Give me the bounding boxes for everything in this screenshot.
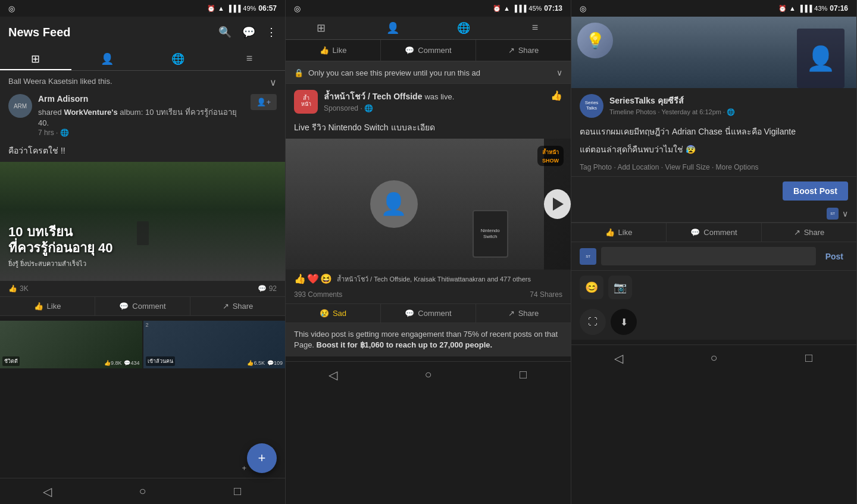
series-share-icon: ↗ [794,228,800,237]
home-button-3[interactable]: ○ [702,346,725,370]
post-action-text: shared WorkVenture's album: 10 บทเรียน ท… [38,106,245,127]
download-button[interactable]: ⬇ [611,309,637,335]
banner-chevron-icon[interactable]: ∨ [556,68,562,77]
expand-icon: ⛶ [588,317,598,327]
comment-number: 92 [269,284,277,293]
like-button[interactable]: 👍 Like [0,297,95,315]
ad-action-bar: 😢 Sad 💬 Comment ↗ Share [286,303,571,323]
thumb-label-2: เข้าล้วนคน [146,356,175,366]
share-count-ad: 74 Shares [530,290,562,299]
boost-banner: This video post is getting more engageme… [286,323,571,356]
comment-button[interactable]: 💬 Comment [95,297,190,315]
thumbsup-ad-icon[interactable]: 👍 [551,90,562,101]
thumb-likes-1: 👍9.8K [104,360,122,366]
chevron-down-icon[interactable]: ∨ [270,77,277,88]
series-meta: Timeline Photos · Yesterday at 6:12pm · … [609,108,848,116]
series-mini-avatar: ST [827,208,839,220]
wifi-icon-2: ▲ [503,5,510,12]
lock-icon: 🔒 [294,68,304,77]
tab-friends[interactable]: 👤 [71,48,143,70]
tab-menu-2[interactable]: ≡ [499,17,571,39]
back-button-3[interactable]: ◁ [607,346,631,370]
prev-comment-label: Comment [418,46,451,55]
back-button-2[interactable]: ◁ [321,363,345,387]
series-avatar: Series Talks [580,94,603,118]
recent-button-1[interactable]: □ [226,480,249,503]
expand-button[interactable]: ⛶ [580,309,606,335]
prev-like-btn[interactable]: 👍 Like [286,40,381,61]
thumbsup-icon: 👍 [8,284,17,293]
notification-text: Ball Weera Kasetsin liked this. [8,77,112,86]
sad-button[interactable]: 😢 Sad [286,304,381,323]
series-like-btn[interactable]: 👍 Like [571,223,667,242]
prev-action-bar: 👍 Like 💬 Comment ↗ Share [286,40,571,61]
status-bar-3: ◎ ⏰ ▲ ▐▐▐ 43% 07:16 [571,0,856,17]
time-3: 07:16 [830,4,848,12]
chat-icon[interactable]: 💬 [242,26,255,39]
battery-3: 43% [814,5,827,12]
prev-comment-btn[interactable]: 💬 Comment [381,40,476,61]
add-friend-button[interactable]: 👤+ [251,94,277,110]
camera-icon: 📷 [614,281,627,294]
tab-feed[interactable]: ⊞ [0,48,71,70]
tab-feed-2[interactable]: ⊞ [286,17,357,39]
comment-input-field[interactable] [601,247,816,265]
home-button-1[interactable]: ○ [130,480,154,503]
status-right-3: ⏰ ▲ ▐▐▐ 43% 07:16 [778,4,848,12]
tab-friends-2[interactable]: 👤 [357,17,428,39]
status-right-1: ⏰ ▲ ▐▐▐ 49% 06:57 [207,4,277,12]
status-bar-1: ◎ ⏰ ▲ ▐▐▐ 49% 06:57 [0,0,285,17]
recent-button-2[interactable]: □ [511,363,535,387]
share-icon: ↗ [223,302,229,311]
ad-video[interactable]: 👤 NintendoSwitch ล้ำหน้า SHOW [286,139,571,270]
reactions-row: 👍 ❤️ 😆 ล้ำหน้าโชว์ / Tech Offside, Krais… [286,270,571,288]
time-2: 07:13 [544,4,562,12]
prev-share-label: Share [518,46,539,55]
camera-button[interactable]: 📷 [608,276,632,299]
share-btn-ad[interactable]: ↗ Share [476,304,571,323]
post-username[interactable]: Arm Adisorn [38,94,88,104]
share-button[interactable]: ↗ Share [190,297,285,315]
location-icon-3: ◎ [580,4,586,13]
home-button-2[interactable]: ○ [416,363,440,387]
video-bg: 👤 NintendoSwitch [286,139,544,270]
thumb-item-1[interactable]: ชีวิตดี 👍9.8K 💬434 [0,321,142,368]
thumb-number-2: 2 [146,322,149,328]
ad-post-card: ล้ำหน้า ล้ำหน้าโชว์ / Tech Offside was l… [286,84,571,356]
series-like-icon: 👍 [605,228,615,237]
tab-globe[interactable]: 🌐 [143,48,214,70]
comment-btn-ad[interactable]: 💬 Comment [381,304,476,323]
video-logo: ล้ำหน้า SHOW [537,146,564,166]
boost-post-button[interactable]: Boost Post [783,181,848,201]
play-button[interactable] [544,189,571,219]
tab-globe-2[interactable]: 🌐 [428,17,500,39]
series-comment-btn[interactable]: 💬 Comment [667,223,762,242]
back-button-1[interactable]: ◁ [36,480,60,503]
fab-button[interactable]: + [247,443,277,473]
series-chevron-icon[interactable]: ∨ [842,209,848,218]
signal-icon: ▐▐▐ [227,5,240,12]
react-heart-icon: ❤️ [307,273,319,284]
avatar-arm: ARM [8,94,32,118]
series-share-label: Share [804,228,825,237]
post-image-overlay-text: 10 บทเรียน ที่ควรรู้ก่อนอายุ 40 ยิ่งรู้ … [8,224,113,269]
series-share-btn[interactable]: ↗ Share [762,223,856,242]
prev-like-label: Like [333,46,347,55]
recent-button-3[interactable]: □ [797,346,821,370]
comment-post-button[interactable]: Post [821,252,848,261]
header-icons-1: 🔍 💬 ⋮ [218,26,277,39]
ad-page-name[interactable]: ล้ำหน้าโชว์ / Tech Offside [324,90,422,103]
comment-label-ad: Comment [418,309,451,318]
more-icon[interactable]: ⋮ [266,26,277,39]
post-image-bg: 10 บทเรียน ที่ควรรู้ก่อนอายุ 40 ยิ่งรู้ … [0,162,285,281]
tab-menu[interactable]: ≡ [214,48,285,70]
sad-label: Sad [333,309,346,318]
search-icon[interactable]: 🔍 [218,26,232,39]
prev-share-btn[interactable]: ↗ Share [476,40,571,61]
ad-avatar: ล้ำหน้า [294,90,318,114]
series-page-name[interactable]: SeriesTalks คุยซีรีส์ [609,96,684,105]
thumb-item-2[interactable]: 2 เข้าล้วนคน 👍6.5K 💬109 [143,321,286,368]
emoji-button[interactable]: 😊 [580,276,603,299]
preview-banner-text: Only you can see this preview until you … [308,68,552,77]
panel-newsfeed: ◎ ⏰ ▲ ▐▐▐ 49% 06:57 News Feed 🔍 💬 ⋮ ⊞ 👤 … [0,0,286,504]
